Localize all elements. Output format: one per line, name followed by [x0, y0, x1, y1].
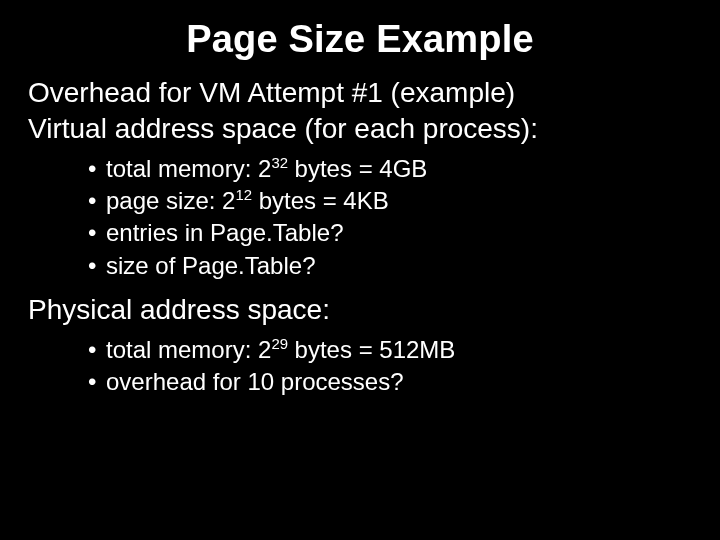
bullet-icon: •	[88, 334, 106, 366]
virtual-address-bullets: • total memory: 232 bytes = 4GB • page s…	[88, 153, 692, 283]
slide-title: Page Size Example	[28, 18, 692, 61]
bullet-post: bytes = 4GB	[288, 155, 427, 182]
list-item: • total memory: 229 bytes = 512MB	[88, 334, 692, 366]
overhead-line: Overhead for VM Attempt #1 (example)	[28, 75, 692, 111]
list-item: • entries in Page.Table?	[88, 217, 692, 249]
bullet-sup: 12	[235, 187, 252, 203]
list-item: • overhead for 10 processes?	[88, 366, 692, 398]
bullet-sup: 32	[271, 155, 288, 171]
list-item: • page size: 212 bytes = 4KB	[88, 185, 692, 217]
bullet-post: bytes = 512MB	[288, 336, 455, 363]
virtual-address-space-line: Virtual address space (for each process)…	[28, 111, 692, 147]
bullet-pre: size of Page.Table?	[106, 252, 315, 279]
bullet-post: bytes = 4KB	[252, 187, 389, 214]
list-item: • total memory: 232 bytes = 4GB	[88, 153, 692, 185]
bullet-pre: page size: 2	[106, 187, 235, 214]
bullet-icon: •	[88, 250, 106, 282]
bullet-sup: 29	[271, 336, 288, 352]
bullet-text: entries in Page.Table?	[106, 217, 344, 249]
bullet-text: total memory: 229 bytes = 512MB	[106, 334, 455, 366]
physical-address-space-line: Physical address space:	[28, 292, 692, 328]
bullet-pre: total memory: 2	[106, 155, 271, 182]
bullet-text: size of Page.Table?	[106, 250, 315, 282]
slide: Page Size Example Overhead for VM Attemp…	[0, 0, 720, 540]
bullet-pre: entries in Page.Table?	[106, 219, 344, 246]
list-item: • size of Page.Table?	[88, 250, 692, 282]
physical-address-bullets: • total memory: 229 bytes = 512MB • over…	[88, 334, 692, 399]
bullet-icon: •	[88, 185, 106, 217]
bullet-icon: •	[88, 153, 106, 185]
bullet-pre: overhead for 10 processes?	[106, 368, 404, 395]
bullet-icon: •	[88, 366, 106, 398]
bullet-text: total memory: 232 bytes = 4GB	[106, 153, 427, 185]
bullet-text: overhead for 10 processes?	[106, 366, 404, 398]
bullet-text: page size: 212 bytes = 4KB	[106, 185, 389, 217]
bullet-icon: •	[88, 217, 106, 249]
bullet-pre: total memory: 2	[106, 336, 271, 363]
